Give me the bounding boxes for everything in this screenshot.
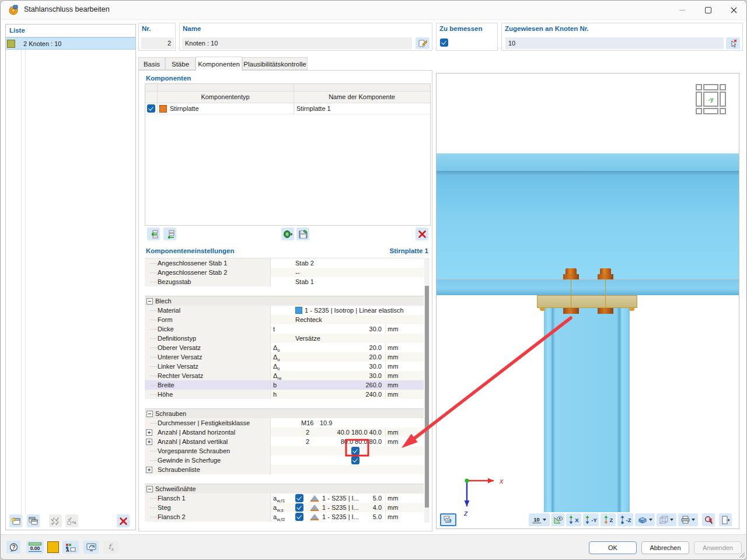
3d-viewport[interactable]: -y x z 10 X [436,73,739,529]
cancel-button[interactable]: Abbrechen [641,541,689,554]
zoom-reset-button[interactable] [702,513,715,526]
edit-name-button[interactable] [416,37,430,49]
setting-value: 30.0 [369,324,382,334]
graphic-window-button[interactable] [440,513,456,526]
add-subcomponent-button[interactable] [163,228,176,240]
visibility-button[interactable] [551,513,564,526]
settings-row-unterer-versatz[interactable]: Unterer VersatzΔu20.0mm [145,352,424,362]
settings-row-schrauben[interactable]: Schrauben [145,408,424,418]
view-minus-z-button[interactable]: -Z [617,513,633,526]
apply-button[interactable]: Anwenden [694,541,742,554]
view-minus-y-button[interactable]: -Y [583,513,599,526]
import-component-button[interactable] [281,228,294,240]
settings-row-h-he[interactable]: Höheh240.0mm [145,390,424,399]
settings-row-anzahl-abstand-horizontal[interactable]: Anzahl | Abstand horizontal40.0 180.0 40… [145,428,424,437]
help-button[interactable]: ? [6,541,20,554]
expand-icon[interactable] [146,467,152,473]
settings-row-steg[interactable]: Stegaw,s4.0mm1 - S235 | I... [145,503,424,512]
settings-row-material[interactable]: Material1 - S235 | Isotrop | Linear elas… [145,306,424,315]
settings-row-angeschlossener-stab-1[interactable]: Angeschlossener Stab 1Stab 2 [145,258,424,268]
ok-button[interactable]: OK [589,541,637,554]
dimension-toggle-button[interactable]: 10 [529,513,550,526]
settings-row-linker-versatz[interactable]: Linker VersatzΔli30.0mm [145,362,424,371]
tab-basis[interactable]: Basis [138,57,165,70]
formula-button[interactable]: fx [103,541,118,554]
settings-row-flansch-2[interactable]: Flansch 2aw,f25.0mm1 - S235 | I... [145,512,424,522]
component-checkbox[interactable] [147,104,155,113]
bolt-count: 2 [306,428,309,437]
minimize-button[interactable] [669,1,695,19]
col-name-der-komponente: Name der Komponente [294,92,430,103]
expand-icon[interactable] [146,429,152,436]
new-item-button[interactable] [9,514,22,527]
settings-row-durchmesser-festigkeitsklasse[interactable]: Durchmesser | FestigkeitsklasseM1610.9 [145,418,424,428]
setting-value: 5.0 [373,512,382,522]
settings-row-breite[interactable]: Breiteb260.0mm [145,380,424,390]
settings-row-dicke[interactable]: Dicket30.0mm [145,324,424,334]
collapse-icon[interactable] [146,411,153,417]
settings-row-oberer-versatz[interactable]: Oberer VersatzΔo20.0mm [145,343,424,352]
settings-row-vorgespannte-schrauben[interactable]: Vorgespannte Schrauben [145,446,424,456]
settings-scrollbar[interactable] [424,258,430,523]
delete-component-button[interactable] [416,228,428,240]
panel-toggle-button[interactable] [719,513,732,526]
solid-display-button[interactable] [635,513,655,526]
settings-row-rechter-versatz[interactable]: Rechter VersatzΔre30.0mm [145,371,424,380]
resize-grip[interactable] [739,552,745,558]
collapse-icon[interactable] [146,298,153,304]
tab-staebe[interactable]: Stäbe [165,57,196,70]
settings-row-anzahl-abstand-vertikal[interactable]: Anzahl | Abstand vertikal80.0 80.0 80.0m… [145,437,424,446]
add-component-button[interactable] [147,228,160,240]
close-button[interactable] [721,1,746,19]
komponenten-table: Komponententyp Name der Komponente Stirn… [145,83,431,226]
settings-row-form[interactable]: FormRechteck [145,315,424,324]
save-component-button[interactable] [296,228,309,240]
print-button[interactable] [678,513,698,526]
delete-item-button[interactable] [117,514,130,527]
setting-unit: mm [388,494,398,503]
nr-input[interactable]: 2 [141,37,174,49]
invert-selection-button[interactable] [65,514,78,527]
settings-row-schwei-n-hte[interactable]: Schweißnähte [145,484,424,494]
settings-row-schraubenliste[interactable]: Schraubenliste [145,465,424,474]
color-scheme-swatch[interactable] [47,541,59,553]
komponenten-row[interactable]: Stirnplatte Stirnplatte 1 [145,103,430,114]
setting-value: Versätze [295,334,320,343]
weld-checkbox[interactable] [295,513,303,521]
zu-bemessen-checkbox[interactable] [440,38,448,47]
weld-checkbox[interactable] [295,503,303,512]
scrollbar-thumb[interactable] [425,286,429,508]
material-swatch [295,307,302,314]
tab-content-panel: Komponenten Komponententyp Name der Komp… [138,70,432,531]
collapse-icon[interactable] [146,486,153,492]
view-x-button[interactable]: X [566,513,581,526]
settings-row-definitionstyp[interactable]: DefinitionstypVersätze [145,334,424,343]
view-cube[interactable]: -y [696,84,726,114]
expand-icon[interactable] [146,439,152,445]
display-properties-button[interactable]: A [62,541,79,554]
select-nodes-button[interactable] [726,37,740,49]
weld-checkbox[interactable] [295,494,303,502]
column-member [544,308,630,512]
settings-row-bezugsstab[interactable]: BezugsstabStab 1 [145,277,424,286]
maximize-button[interactable] [695,1,721,19]
settings-row-angeschlossener-stab-2[interactable]: Angeschlossener Stab 2-- [145,268,424,277]
settings-row-gewinde-in-scherfuge[interactable]: Gewinde in Scherfuge [145,456,424,465]
tab-komponenten[interactable]: Komponenten [196,57,242,71]
zugewiesen-input[interactable]: 10 [505,37,724,49]
screen-settings-button[interactable] [83,541,99,554]
settings-row-flansch-1[interactable]: Flansch 1aw,f15.0mm1 - S235 | I... [145,494,424,503]
settings-row-blech[interactable]: Blech [145,296,424,306]
wireframe-display-button[interactable] [657,513,676,526]
name-input[interactable]: Knoten : 10 [182,37,412,49]
decimal-places-button[interactable]: 0.00 [26,541,44,554]
checkbox[interactable] [351,447,359,455]
tab-plausibilitaetskontrolle[interactable]: Plausibilitätskontrolle [242,57,308,70]
view-z-button[interactable]: Z [601,513,616,526]
setting-label: Form [158,315,173,324]
checkbox[interactable] [351,456,359,464]
select-all-button[interactable] [49,514,62,527]
copy-item-button[interactable] [27,514,40,527]
title-bar[interactable]: Stahlanschluss bearbeiten [1,1,746,20]
list-item-selected[interactable]: 2 Knoten : 10 [6,37,135,50]
